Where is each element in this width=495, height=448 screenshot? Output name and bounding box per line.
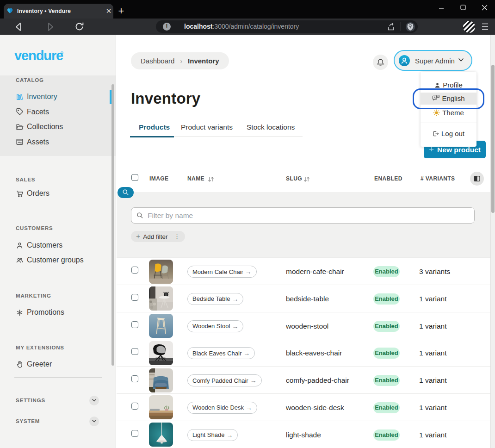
svg-text:vendure: vendure: [14, 49, 63, 63]
